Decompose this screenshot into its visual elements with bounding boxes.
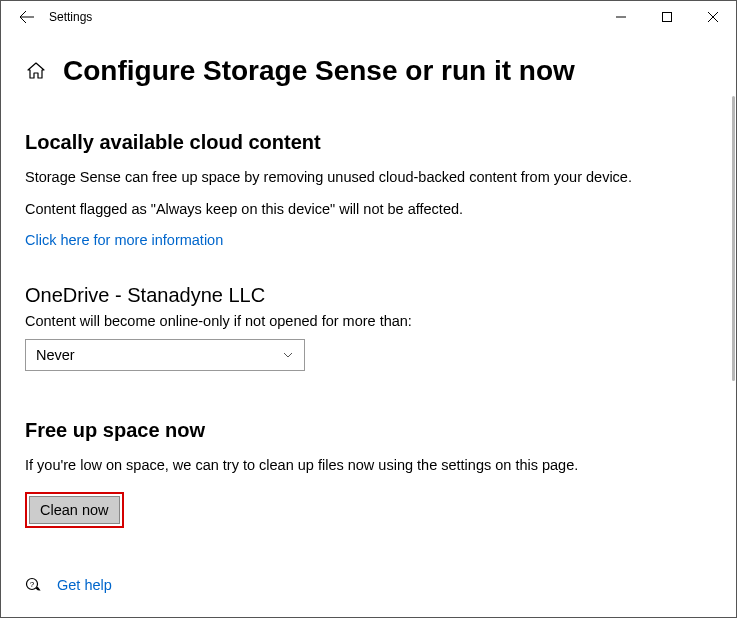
page-content: Configure Storage Sense or run it now Lo… <box>1 33 736 594</box>
get-help-link[interactable]: Get help <box>57 577 112 593</box>
titlebar: Settings <box>1 1 736 33</box>
cloud-description-1: Storage Sense can free up space by remov… <box>25 168 712 188</box>
close-icon <box>708 12 718 22</box>
page-title: Configure Storage Sense or run it now <box>63 55 575 87</box>
minimize-button[interactable] <box>598 1 644 33</box>
chevron-down-icon <box>282 349 294 361</box>
freeup-description: If you're low on space, we can try to cl… <box>25 456 712 476</box>
freeup-section-heading: Free up space now <box>25 419 712 442</box>
maximize-icon <box>662 12 672 22</box>
help-icon: ? <box>25 576 43 594</box>
scrollbar[interactable] <box>732 96 735 381</box>
page-header: Configure Storage Sense or run it now <box>25 55 712 87</box>
more-info-link[interactable]: Click here for more information <box>25 232 223 248</box>
close-button[interactable] <box>690 1 736 33</box>
arrow-left-icon <box>19 9 35 25</box>
back-button[interactable] <box>11 1 43 33</box>
help-row: ? Get help <box>25 576 712 594</box>
threshold-value: Never <box>36 347 75 363</box>
maximize-button[interactable] <box>644 1 690 33</box>
clean-now-button[interactable]: Clean now <box>29 496 120 524</box>
window-controls <box>598 1 736 33</box>
svg-rect-0 <box>663 13 672 22</box>
window-title: Settings <box>49 10 92 24</box>
clean-now-highlight: Clean now <box>25 492 124 528</box>
cloud-section-heading: Locally available cloud content <box>25 131 712 154</box>
home-icon[interactable] <box>25 60 47 82</box>
threshold-label: Content will become online-only if not o… <box>25 313 712 329</box>
onedrive-account-heading: OneDrive - Stanadyne LLC <box>25 284 712 307</box>
svg-text:?: ? <box>30 580 35 589</box>
minimize-icon <box>616 12 626 22</box>
threshold-dropdown[interactable]: Never <box>25 339 305 371</box>
cloud-description-2: Content flagged as "Always keep on this … <box>25 200 712 220</box>
